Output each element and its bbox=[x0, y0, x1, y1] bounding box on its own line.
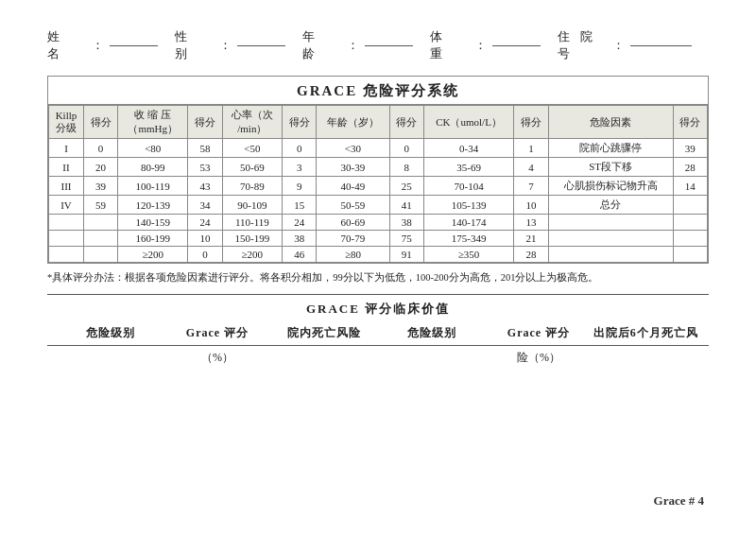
col-score1: 得分 bbox=[83, 106, 117, 139]
info-hospital-id: 住 院 号 ： bbox=[558, 28, 692, 62]
table-row: III 39 100-119 43 70-89 9 40-49 25 70-10… bbox=[49, 177, 708, 196]
bottom-col-3: 院内死亡风险 bbox=[271, 325, 378, 341]
col-score2: 得分 bbox=[188, 106, 222, 139]
col-hr: 心率（次/min） bbox=[222, 106, 283, 139]
bottom-col-2: Grace 评分 bbox=[163, 325, 270, 341]
table-row: 160-199 10 150-199 38 70-79 75 175-349 2… bbox=[49, 231, 708, 247]
weight-label: 体 重 bbox=[430, 28, 471, 62]
hospital-id-label: 住 院 号 bbox=[558, 28, 609, 62]
col-age: 年龄（岁） bbox=[317, 106, 389, 139]
table-row: IV 59 120-139 34 90-109 15 50-59 41 105-… bbox=[49, 196, 708, 215]
info-age: 年 龄 ： bbox=[302, 28, 413, 62]
value-subrow: （%） 险（%） bbox=[47, 350, 709, 366]
table-row: 140-159 24 110-119 24 60-69 38 140-174 1… bbox=[49, 215, 708, 231]
risk-label: 险（%） bbox=[378, 350, 699, 366]
grace-number-label: Grace # 4 bbox=[654, 493, 704, 509]
bottom-section: GRACE 评分临床价值 危险级别 Grace 评分 院内死亡风险 危险级别 G… bbox=[47, 294, 709, 366]
col-score5: 得分 bbox=[514, 106, 548, 139]
col-score6: 得分 bbox=[673, 106, 707, 139]
value-header-row: 危险级别 Grace 评分 院内死亡风险 危险级别 Grace 评分 出院后6个… bbox=[47, 325, 709, 341]
grace-value-title: GRACE 评分临床价值 bbox=[47, 301, 709, 318]
table-row: I 0 <80 58 <50 0 <30 0 0-34 1 院前心跳骤停 39 bbox=[49, 139, 708, 158]
age-label: 年 龄 bbox=[302, 28, 343, 62]
grace-table-title: GRACE 危险评分系统 bbox=[48, 77, 708, 105]
info-gender: 性 别 ： bbox=[175, 28, 285, 62]
percent-label: （%） bbox=[57, 350, 378, 366]
bottom-col-6: 出院后6个月死亡风 bbox=[593, 325, 699, 341]
value-divider bbox=[47, 345, 709, 346]
note-text: *具体评分办法：根据各项危险因素进行评分。将各积分相加，99分以下为低危，100… bbox=[47, 271, 709, 285]
table-header-row: Killp分级 得分 收 缩 压（mmHg） 得分 心率（次/min） 得分 年… bbox=[49, 106, 708, 139]
col-score3: 得分 bbox=[283, 106, 317, 139]
name-label: 姓 名 bbox=[47, 28, 88, 62]
page: 姓 名 ： 性 别 ： 年 龄 ： 体 重 ： 住 院 号 ： GRACE 危险… bbox=[0, 0, 756, 535]
col-risk: 危险因素 bbox=[548, 106, 673, 139]
table-body: I 0 <80 58 <50 0 <30 0 0-34 1 院前心跳骤停 39 … bbox=[49, 139, 708, 263]
info-row: 姓 名 ： 性 别 ： 年 龄 ： 体 重 ： 住 院 号 ： bbox=[47, 28, 709, 62]
table-row: II 20 80-99 53 50-69 3 30-39 8 35-69 4 S… bbox=[49, 158, 708, 177]
bottom-col-1: 危险级别 bbox=[57, 325, 163, 341]
col-score4: 得分 bbox=[389, 106, 423, 139]
col-ck: CK（umol/L） bbox=[423, 106, 514, 139]
grace-table: Killp分级 得分 收 缩 压（mmHg） 得分 心率（次/min） 得分 年… bbox=[48, 105, 708, 263]
bottom-col-4: 危险级别 bbox=[378, 325, 485, 341]
table-row: ≥200 0 ≥200 46 ≥80 91 ≥350 28 bbox=[49, 247, 708, 263]
info-name: 姓 名 ： bbox=[47, 28, 158, 62]
col-sbp: 收 缩 压（mmHg） bbox=[118, 106, 188, 139]
bottom-col-5: Grace 评分 bbox=[485, 325, 592, 341]
col-killp: Killp分级 bbox=[49, 106, 84, 139]
gender-label: 性 别 bbox=[175, 28, 215, 62]
grace-table-container: GRACE 危险评分系统 Killp分级 得分 收 缩 压（mmHg） 得分 心… bbox=[47, 76, 709, 264]
info-weight: 体 重 ： bbox=[430, 28, 541, 62]
